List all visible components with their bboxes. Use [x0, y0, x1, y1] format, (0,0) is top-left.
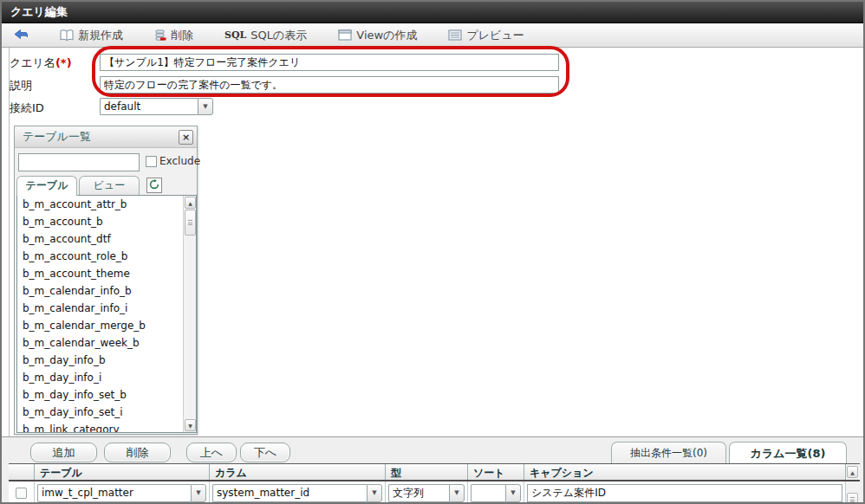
list-item[interactable]: b_m_link_category [17, 421, 183, 433]
scrollbar-thumb[interactable] [847, 493, 858, 504]
preview-list-icon [448, 29, 462, 41]
back-button[interactable] [14, 29, 29, 41]
toolbar: 新規作成 削除 SQL SQLの表示 Viewの作成 プレビュー [2, 23, 863, 48]
list-item[interactable]: b_m_calendar_info_i [17, 300, 183, 317]
row-type-select[interactable]: 文字列 ▼ [388, 484, 465, 502]
chevron-down-icon[interactable]: ▼ [449, 484, 465, 502]
list-item[interactable]: b_m_day_info_set_i [17, 404, 183, 421]
row-column-select[interactable]: system_matter_id ▼ [212, 484, 382, 502]
columns-grid: テーブル カラム 型 ソート キャプション ▲ imw_t_cpl_matter… [9, 463, 860, 504]
table-row: imw_t_cpl_matter ▼ system_matter_id ▼ 文字… [9, 481, 860, 504]
close-icon[interactable]: × [179, 130, 193, 145]
row-type-value: 文字列 [388, 484, 449, 502]
delete-query-label: 削除 [171, 28, 193, 43]
refresh-button[interactable] [146, 178, 162, 193]
tab-views[interactable]: ビュー [79, 176, 140, 195]
table-list: b_m_account_attr_b b_m_account_b b_m_acc… [16, 195, 197, 433]
list-item[interactable]: b_m_day_info_b [17, 352, 183, 369]
thumb-grip [188, 220, 192, 225]
header-column: カラム [210, 464, 386, 480]
query-edit-window: クエリ編集 新規作成 削除 SQL SQLの表示 View [0, 0, 865, 504]
refresh-icon [149, 179, 159, 192]
grid-scrollbar-top: ▲ [846, 464, 860, 480]
chevron-down-icon[interactable]: ▼ [367, 484, 382, 502]
scrollbar-thumb[interactable] [185, 210, 196, 236]
list-item[interactable]: b_m_calendar_week_b [17, 334, 183, 352]
header-caption: キャプション [524, 464, 846, 480]
description-label: 説明 [10, 78, 32, 94]
row-table-select[interactable]: imw_t_cpl_matter ▼ [37, 484, 206, 502]
preview-label: プレビュー [466, 28, 524, 43]
grid-scrollbar[interactable] [846, 481, 860, 504]
chevron-down-icon[interactable]: ▼ [198, 98, 213, 115]
connection-id-label: 接続ID [10, 100, 44, 116]
row-checkbox[interactable] [16, 488, 27, 499]
thumb-grip [850, 497, 855, 502]
list-item[interactable]: b_m_calendar_merge_b [17, 317, 183, 334]
scroll-down-icon[interactable]: ▼ [185, 419, 196, 431]
row-caption-input[interactable] [527, 484, 842, 502]
create-view-button[interactable]: Viewの作成 [338, 28, 417, 43]
new-query-button[interactable]: 新規作成 [60, 28, 123, 43]
list-item[interactable]: b_m_account_attr_b [17, 196, 183, 213]
header-table: テーブル [35, 464, 210, 480]
window-icon [338, 29, 352, 41]
query-name-label: クエリ名(*) [10, 55, 72, 71]
exclude-checkbox[interactable] [146, 156, 157, 167]
header-checkbox-column [9, 464, 35, 480]
scroll-up-icon[interactable]: ▲ [185, 197, 196, 209]
move-up-button[interactable]: 上へ [186, 443, 237, 462]
scroll-up-icon[interactable]: ▲ [847, 466, 858, 478]
new-document-icon [60, 29, 74, 42]
page-title: クエリ編集 [2, 2, 863, 23]
table-filter-input[interactable] [18, 153, 140, 171]
required-mark: (*) [55, 56, 72, 69]
show-sql-button[interactable]: SQL SQLの表示 [224, 28, 307, 43]
list-item[interactable]: b_m_calendar_info_b [17, 282, 183, 300]
delete-query-button[interactable]: 削除 [154, 28, 193, 43]
row-column-value: system_matter_id [212, 484, 367, 502]
delete-column-button[interactable]: 削除 [104, 443, 171, 462]
description-input[interactable] [100, 76, 559, 94]
header-type: 型 [386, 464, 468, 480]
row-sort-select[interactable]: ▼ [471, 484, 521, 502]
delete-database-icon [154, 29, 166, 42]
show-sql-label: SQLの表示 [250, 28, 307, 43]
back-arrow-icon [14, 29, 29, 41]
list-item[interactable]: b_m_day_info_set_b [17, 386, 183, 404]
grid-header-row: テーブル カラム 型 ソート キャプション ▲ [9, 463, 860, 481]
connection-id-value: default [100, 98, 198, 115]
tab-columns[interactable]: カラム一覧(8) [729, 442, 847, 464]
create-view-label: Viewの作成 [356, 28, 417, 43]
table-list-panel: テーブル一覧 × Exclude テーブル ビュー b_m_account_at… [14, 126, 198, 435]
exclude-label: Exclude [159, 155, 200, 167]
new-query-label: 新規作成 [78, 28, 123, 43]
list-item[interactable]: b_m_account_dtf [17, 230, 183, 248]
move-down-button[interactable]: 下へ [240, 443, 290, 462]
column-list-pane: 追加 削除 上へ 下へ 抽出条件一覧(0) カラム一覧(8) テーブル カラム … [2, 436, 863, 504]
list-item[interactable]: b_m_account_theme [17, 265, 183, 282]
chevron-down-icon[interactable]: ▼ [191, 484, 206, 502]
connection-id-select[interactable]: default ▼ [100, 98, 213, 115]
table-list-panel-title: テーブル一覧 [15, 126, 197, 148]
sql-icon: SQL [224, 29, 246, 41]
tab-conditions[interactable]: 抽出条件一覧(0) [611, 442, 726, 464]
preview-button[interactable]: プレビュー [448, 28, 524, 43]
header-sort: ソート [468, 464, 524, 480]
row-sort-value [471, 484, 505, 502]
list-item[interactable]: b_m_day_info_i [17, 369, 183, 386]
chevron-down-icon[interactable]: ▼ [505, 484, 521, 502]
row-table-value: imw_t_cpl_matter [37, 484, 191, 502]
add-column-button[interactable]: 追加 [30, 443, 97, 462]
tab-tables[interactable]: テーブル [16, 176, 77, 196]
query-name-input[interactable] [100, 54, 559, 71]
list-item[interactable]: b_m_account_role_b [17, 248, 183, 265]
list-item[interactable]: b_m_account_b [17, 213, 183, 230]
table-list-scrollbar[interactable]: ▲ ▼ [183, 196, 196, 432]
